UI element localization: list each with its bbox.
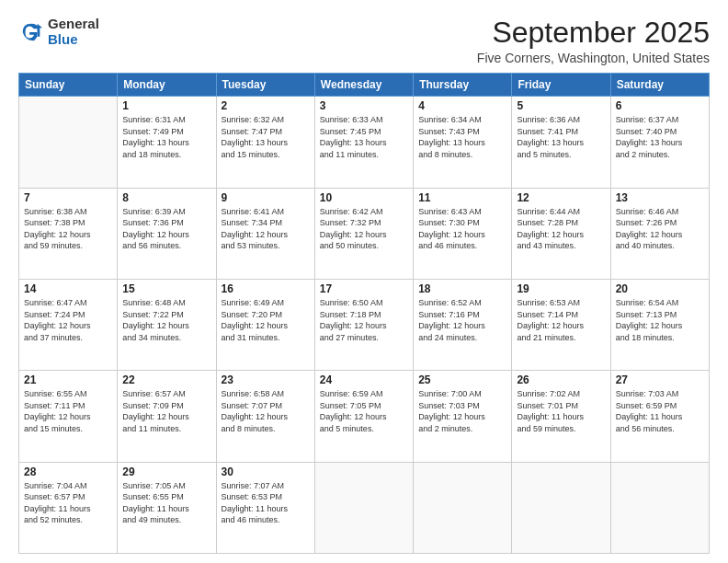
day-info: Sunrise: 6:54 AM Sunset: 7:13 PM Dayligh… — [616, 297, 704, 343]
table-row: 15Sunrise: 6:48 AM Sunset: 7:22 PM Dayli… — [118, 279, 216, 370]
day-info: Sunrise: 6:53 AM Sunset: 7:14 PM Dayligh… — [517, 297, 605, 343]
table-row: 25Sunrise: 7:00 AM Sunset: 7:03 PM Dayli… — [414, 371, 512, 462]
header-monday: Monday — [118, 74, 216, 97]
day-number: 23 — [222, 373, 310, 386]
day-info: Sunrise: 7:04 AM Sunset: 6:57 PM Dayligh… — [24, 480, 112, 526]
header-tuesday: Tuesday — [216, 74, 314, 97]
table-row: 23Sunrise: 6:58 AM Sunset: 7:07 PM Dayli… — [216, 371, 314, 462]
day-info: Sunrise: 6:36 AM Sunset: 7:41 PM Dayligh… — [517, 114, 605, 160]
table-row: 28Sunrise: 7:04 AM Sunset: 6:57 PM Dayli… — [19, 462, 118, 553]
logo: General Blue — [18, 17, 99, 47]
day-info: Sunrise: 6:57 AM Sunset: 7:09 PM Dayligh… — [122, 388, 210, 434]
day-number: 20 — [616, 282, 704, 295]
table-row: 22Sunrise: 6:57 AM Sunset: 7:09 PM Dayli… — [118, 371, 216, 462]
day-number: 3 — [320, 99, 408, 112]
day-info: Sunrise: 6:52 AM Sunset: 7:16 PM Dayligh… — [418, 297, 506, 343]
header-thursday: Thursday — [414, 74, 512, 97]
day-number: 19 — [517, 282, 605, 295]
table-row: 16Sunrise: 6:49 AM Sunset: 7:20 PM Dayli… — [216, 279, 314, 370]
day-number: 6 — [616, 99, 704, 112]
table-row: 29Sunrise: 7:05 AM Sunset: 6:55 PM Dayli… — [118, 462, 216, 553]
day-info: Sunrise: 6:31 AM Sunset: 7:49 PM Dayligh… — [122, 114, 210, 160]
logo-icon — [18, 19, 44, 45]
title-block: September 2025 Five Corners, Washington,… — [477, 17, 710, 65]
page: General Blue September 2025 Five Corners… — [0, 0, 728, 563]
table-row: 3Sunrise: 6:33 AM Sunset: 7:45 PM Daylig… — [314, 97, 413, 188]
table-row: 21Sunrise: 6:55 AM Sunset: 7:11 PM Dayli… — [19, 371, 118, 462]
day-number: 9 — [222, 191, 310, 204]
table-row: 10Sunrise: 6:42 AM Sunset: 7:32 PM Dayli… — [314, 188, 413, 279]
day-info: Sunrise: 6:37 AM Sunset: 7:40 PM Dayligh… — [616, 114, 704, 160]
day-number: 2 — [222, 99, 310, 112]
day-number: 12 — [517, 191, 605, 204]
table-row: 2Sunrise: 6:32 AM Sunset: 7:47 PM Daylig… — [216, 97, 314, 188]
day-number: 11 — [418, 191, 506, 204]
table-row: 20Sunrise: 6:54 AM Sunset: 7:13 PM Dayli… — [610, 279, 709, 370]
day-number: 17 — [320, 282, 408, 295]
table-row: 6Sunrise: 6:37 AM Sunset: 7:40 PM Daylig… — [610, 97, 709, 188]
day-info: Sunrise: 6:49 AM Sunset: 7:20 PM Dayligh… — [222, 297, 310, 343]
day-info: Sunrise: 6:42 AM Sunset: 7:32 PM Dayligh… — [320, 206, 408, 252]
table-row: 9Sunrise: 6:41 AM Sunset: 7:34 PM Daylig… — [216, 188, 314, 279]
day-number: 18 — [418, 282, 506, 295]
calendar-week-row: 1Sunrise: 6:31 AM Sunset: 7:49 PM Daylig… — [19, 97, 710, 188]
day-number: 1 — [122, 99, 210, 112]
day-number: 10 — [320, 191, 408, 204]
day-number: 21 — [24, 373, 112, 386]
month-title: September 2025 — [477, 17, 710, 49]
calendar-week-row: 7Sunrise: 6:38 AM Sunset: 7:38 PM Daylig… — [19, 188, 710, 279]
day-info: Sunrise: 6:32 AM Sunset: 7:47 PM Dayligh… — [222, 114, 310, 160]
header: General Blue September 2025 Five Corners… — [18, 17, 710, 65]
day-number: 16 — [222, 282, 310, 295]
day-number: 29 — [122, 465, 210, 478]
day-info: Sunrise: 6:39 AM Sunset: 7:36 PM Dayligh… — [122, 206, 210, 252]
table-row — [610, 462, 709, 553]
calendar-week-row: 14Sunrise: 6:47 AM Sunset: 7:24 PM Dayli… — [19, 279, 710, 370]
day-info: Sunrise: 6:44 AM Sunset: 7:28 PM Dayligh… — [517, 206, 605, 252]
table-row: 26Sunrise: 7:02 AM Sunset: 7:01 PM Dayli… — [512, 371, 610, 462]
day-number: 13 — [616, 191, 704, 204]
day-info: Sunrise: 6:43 AM Sunset: 7:30 PM Dayligh… — [418, 206, 506, 252]
day-number: 4 — [418, 99, 506, 112]
day-number: 30 — [222, 465, 310, 478]
calendar-week-row: 28Sunrise: 7:04 AM Sunset: 6:57 PM Dayli… — [19, 462, 710, 553]
day-info: Sunrise: 6:33 AM Sunset: 7:45 PM Dayligh… — [320, 114, 408, 160]
day-info: Sunrise: 6:46 AM Sunset: 7:26 PM Dayligh… — [616, 206, 704, 252]
day-number: 25 — [418, 373, 506, 386]
calendar-header-row: Sunday Monday Tuesday Wednesday Thursday… — [19, 74, 710, 97]
table-row: 30Sunrise: 7:07 AM Sunset: 6:53 PM Dayli… — [216, 462, 314, 553]
table-row: 14Sunrise: 6:47 AM Sunset: 7:24 PM Dayli… — [19, 279, 118, 370]
day-info: Sunrise: 6:48 AM Sunset: 7:22 PM Dayligh… — [122, 297, 210, 343]
table-row: 24Sunrise: 6:59 AM Sunset: 7:05 PM Dayli… — [314, 371, 413, 462]
table-row: 27Sunrise: 7:03 AM Sunset: 6:59 PM Dayli… — [610, 371, 709, 462]
day-number: 24 — [320, 373, 408, 386]
logo-text: General Blue — [48, 17, 99, 47]
table-row: 13Sunrise: 6:46 AM Sunset: 7:26 PM Dayli… — [610, 188, 709, 279]
day-number: 26 — [517, 373, 605, 386]
day-info: Sunrise: 7:07 AM Sunset: 6:53 PM Dayligh… — [222, 480, 310, 526]
day-info: Sunrise: 6:41 AM Sunset: 7:34 PM Dayligh… — [222, 206, 310, 252]
day-info: Sunrise: 7:00 AM Sunset: 7:03 PM Dayligh… — [418, 388, 506, 434]
day-number: 14 — [24, 282, 112, 295]
table-row — [314, 462, 413, 553]
day-number: 5 — [517, 99, 605, 112]
table-row: 1Sunrise: 6:31 AM Sunset: 7:49 PM Daylig… — [118, 97, 216, 188]
day-info: Sunrise: 7:03 AM Sunset: 6:59 PM Dayligh… — [616, 388, 704, 434]
day-info: Sunrise: 6:34 AM Sunset: 7:43 PM Dayligh… — [418, 114, 506, 160]
day-number: 7 — [24, 191, 112, 204]
day-number: 28 — [24, 465, 112, 478]
table-row: 8Sunrise: 6:39 AM Sunset: 7:36 PM Daylig… — [118, 188, 216, 279]
header-friday: Friday — [512, 74, 610, 97]
calendar-table: Sunday Monday Tuesday Wednesday Thursday… — [18, 73, 710, 554]
day-info: Sunrise: 6:38 AM Sunset: 7:38 PM Dayligh… — [24, 206, 112, 252]
day-number: 15 — [122, 282, 210, 295]
table-row: 18Sunrise: 6:52 AM Sunset: 7:16 PM Dayli… — [414, 279, 512, 370]
table-row — [414, 462, 512, 553]
day-number: 22 — [122, 373, 210, 386]
logo-blue-text: Blue — [48, 32, 99, 48]
header-wednesday: Wednesday — [314, 74, 413, 97]
table-row — [19, 97, 118, 188]
table-row: 19Sunrise: 6:53 AM Sunset: 7:14 PM Dayli… — [512, 279, 610, 370]
day-info: Sunrise: 6:55 AM Sunset: 7:11 PM Dayligh… — [24, 388, 112, 434]
table-row: 12Sunrise: 6:44 AM Sunset: 7:28 PM Dayli… — [512, 188, 610, 279]
